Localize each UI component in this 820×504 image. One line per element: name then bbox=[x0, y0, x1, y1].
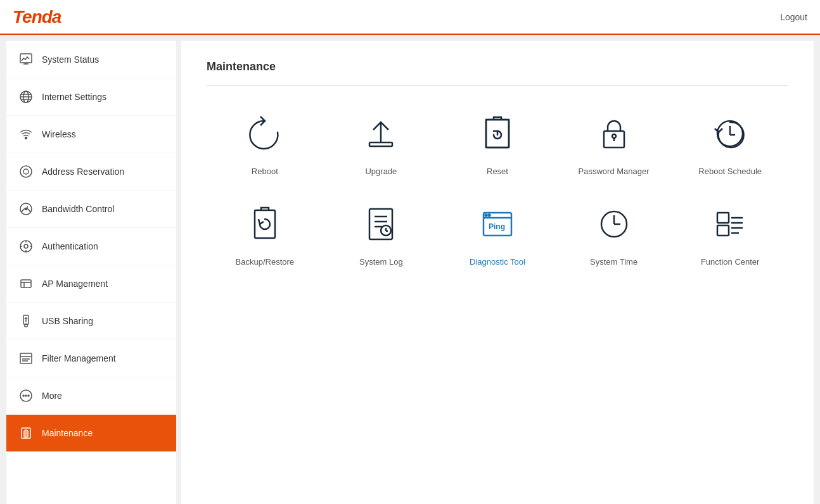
sidebar-item-internet-settings[interactable]: Internet Settings bbox=[6, 79, 176, 116]
svg-point-34 bbox=[28, 395, 29, 396]
reboot-schedule-label: Reboot Schedule bbox=[698, 167, 762, 176]
password-manager-icon-box bbox=[591, 111, 637, 156]
svg-rect-37 bbox=[369, 142, 392, 146]
system-time-label: System Time bbox=[590, 257, 637, 267]
backup-restore-icon-box bbox=[242, 201, 288, 247]
svg-rect-20 bbox=[21, 280, 31, 287]
reboot-schedule-icon-box bbox=[707, 111, 753, 156]
svg-rect-45 bbox=[255, 210, 275, 238]
system-status-icon bbox=[19, 53, 33, 66]
password-manager-label: Password Manager bbox=[579, 167, 650, 176]
function-center-item[interactable]: Function Center bbox=[672, 201, 788, 267]
sidebar-item-usb-sharing[interactable]: USB Sharing bbox=[6, 303, 176, 340]
bandwidth-control-icon bbox=[19, 202, 33, 216]
divider bbox=[207, 85, 788, 85]
sidebar-label-authentication: Authentication bbox=[42, 241, 98, 251]
svg-point-41 bbox=[612, 134, 616, 138]
sidebar-item-wireless[interactable]: Wireless bbox=[6, 116, 176, 153]
reboot-item[interactable]: Reboot bbox=[207, 111, 323, 176]
svg-rect-61 bbox=[717, 213, 729, 223]
sidebar-label-bandwidth-control: Bandwidth Control bbox=[42, 204, 114, 214]
sidebar-item-address-reservation[interactable]: Address Reservation bbox=[6, 153, 176, 191]
function-center-label: Function Center bbox=[701, 257, 760, 267]
svg-rect-62 bbox=[717, 225, 729, 236]
sidebar-label-internet-settings: Internet Settings bbox=[42, 92, 106, 102]
system-log-icon-box bbox=[358, 201, 404, 247]
upgrade-label: Upgrade bbox=[365, 167, 397, 176]
logout-button[interactable]: Logout bbox=[780, 12, 807, 22]
svg-point-56 bbox=[488, 215, 490, 217]
system-time-item[interactable]: System Time bbox=[556, 201, 672, 267]
svg-text:Ping: Ping bbox=[489, 222, 505, 231]
maintenance-icon bbox=[19, 426, 33, 440]
sidebar-label-wireless: Wireless bbox=[42, 129, 76, 139]
sidebar-item-bandwidth-control[interactable]: Bandwidth Control bbox=[6, 191, 176, 228]
sidebar-label-maintenance: Maintenance bbox=[42, 428, 93, 438]
wireless-icon bbox=[19, 127, 33, 141]
layout: System Status Internet Settings bbox=[6, 41, 814, 504]
diagnostic-tool-icon-box: Ping bbox=[475, 201, 520, 247]
svg-point-10 bbox=[23, 169, 29, 174]
ap-management-icon bbox=[19, 277, 33, 291]
backup-restore-label: Backup/Restore bbox=[236, 257, 295, 267]
sidebar-item-ap-management[interactable]: AP Management bbox=[6, 265, 176, 303]
svg-rect-24 bbox=[25, 324, 27, 327]
sidebar-item-authentication[interactable]: Authentication bbox=[6, 228, 176, 265]
main-content: Maintenance Reboot bbox=[181, 41, 814, 504]
icon-row-2: Backup/Restore bbox=[207, 201, 788, 267]
svg-point-33 bbox=[25, 395, 27, 396]
reset-label: Reset bbox=[487, 167, 508, 176]
svg-point-8 bbox=[25, 137, 27, 139]
svg-point-32 bbox=[23, 395, 24, 396]
reboot-schedule-item[interactable]: Reboot Schedule bbox=[672, 111, 788, 176]
icon-row-1: Reboot Upgrade bbox=[207, 111, 788, 176]
icon-grid: Reboot Upgrade bbox=[207, 111, 788, 267]
svg-point-9 bbox=[20, 166, 32, 177]
diagnostic-tool-label: Diagnostic Tool bbox=[470, 257, 525, 267]
svg-rect-27 bbox=[20, 353, 32, 363]
sidebar-label-filter-management: Filter Management bbox=[42, 353, 116, 363]
system-time-icon-box bbox=[591, 201, 637, 247]
usb-sharing-icon bbox=[19, 314, 33, 328]
upgrade-item[interactable]: Upgrade bbox=[323, 111, 440, 176]
diagnostic-tool-item[interactable]: Ping Diagnostic Tool bbox=[439, 201, 556, 267]
filter-management-icon bbox=[19, 351, 33, 365]
upgrade-icon-box bbox=[358, 111, 404, 156]
sidebar-label-system-status: System Status bbox=[42, 54, 99, 65]
sidebar-label-ap-management: AP Management bbox=[42, 279, 108, 289]
address-reservation-icon bbox=[19, 165, 33, 179]
internet-settings-icon bbox=[19, 90, 33, 104]
function-center-icon-box bbox=[707, 201, 753, 247]
sidebar-item-more[interactable]: More bbox=[6, 377, 176, 415]
sidebar-label-more: More bbox=[42, 391, 62, 401]
svg-point-13 bbox=[25, 208, 27, 210]
reset-icon-box bbox=[475, 111, 520, 156]
system-log-item[interactable]: System Log bbox=[323, 201, 440, 267]
logo: Tenda bbox=[13, 7, 61, 27]
sidebar-item-maintenance[interactable]: Maintenance bbox=[6, 415, 176, 452]
svg-point-55 bbox=[485, 215, 487, 217]
reset-item[interactable]: Reset bbox=[439, 111, 556, 176]
header: Tenda Logout bbox=[0, 0, 820, 35]
sidebar: System Status Internet Settings bbox=[6, 41, 176, 504]
page-title: Maintenance bbox=[207, 60, 788, 73]
sidebar-label-address-reservation: Address Reservation bbox=[42, 167, 124, 177]
system-log-label: System Log bbox=[359, 257, 403, 267]
reboot-label: Reboot bbox=[252, 167, 278, 176]
reboot-icon-box bbox=[242, 111, 288, 156]
sidebar-item-system-status[interactable]: System Status bbox=[6, 41, 176, 79]
backup-restore-item[interactable]: Backup/Restore bbox=[207, 201, 323, 267]
more-icon bbox=[19, 389, 33, 403]
sidebar-item-filter-management[interactable]: Filter Management bbox=[6, 340, 176, 377]
password-manager-item[interactable]: Password Manager bbox=[556, 111, 672, 176]
authentication-icon bbox=[19, 239, 33, 253]
svg-point-15 bbox=[24, 244, 28, 248]
sidebar-label-usb-sharing: USB Sharing bbox=[42, 316, 93, 326]
